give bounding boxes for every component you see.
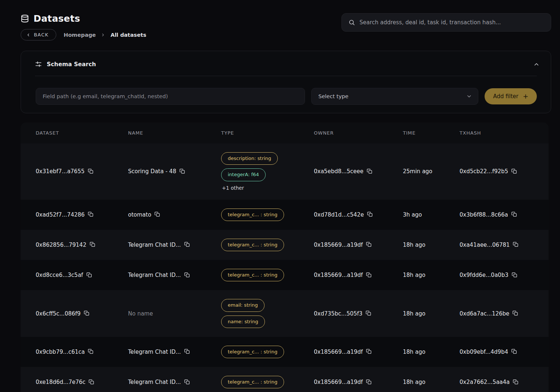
global-search [341,13,551,32]
add-filter-button[interactable]: Add filter + [485,88,537,104]
copy-icon-button[interactable] [184,379,190,385]
copy-icon-button[interactable] [86,272,92,278]
owner-cell: 0x185669...a19df [314,230,403,260]
time-cell: 18h ago [403,290,460,337]
copy-icon-button[interactable] [511,211,517,217]
copy-icon-button[interactable] [366,379,372,385]
chevron-left-icon [26,33,31,37]
type-select[interactable]: Select type [311,88,478,105]
name-cell: Telegram Chat ID... [128,230,221,260]
dataset-cell: 0x31ebf7...a7655 [36,143,128,200]
plus-icon: + [523,93,528,100]
more-types-label: +1 other [221,185,244,191]
copy-icon-button[interactable] [367,211,373,217]
table-row[interactable]: 0xd8cce6...3c5af Telegram Chat ID... tel… [21,260,549,290]
time-cell: 3h ago [403,200,460,230]
copy-icon-button[interactable] [513,310,518,316]
copy-icon-button[interactable] [184,242,190,247]
time-cell: 25min ago [403,143,460,200]
txhash-cell: 0x3b6f88...8c66a [460,200,549,230]
back-button-label: BACK [34,32,49,38]
type-badge: telegram_c... : string [221,376,284,388]
copy-icon-button[interactable] [88,211,93,217]
type-cell: telegram_c... : string [221,367,314,392]
copy-icon-button[interactable] [90,242,95,247]
dataset-cell: 0xad52f7...74286 [36,200,128,230]
copy-icon-button[interactable] [184,349,190,354]
search-input[interactable] [359,19,544,26]
time-value: 25min ago [403,168,432,175]
breadcrumb-homepage[interactable]: Homepage [64,32,96,38]
type-badge: telegram_c... : string [221,346,284,358]
dataset-name: Scoring Data - 48 [128,168,176,175]
copy-icon-button[interactable] [511,168,517,174]
dataset-cell: 0x862856...79142 [36,230,128,260]
type-badge: description: string [221,152,278,165]
field-path-input[interactable] [36,88,305,105]
time-value: 18h ago [403,310,425,317]
copy-icon-button[interactable] [180,168,185,174]
time-value: 3h ago [403,211,422,218]
owner-cell: 0x185669...a19df [314,260,403,290]
copy-icon-button[interactable] [89,379,94,385]
copy-icon-button[interactable] [366,242,372,247]
column-header-name: NAME [128,130,221,136]
table-row[interactable]: 0xe18d6d...7e76c Telegram Chat ID... tel… [21,367,549,392]
table-row[interactable]: 0x31ebf7...a7655 Scoring Data - 48 descr… [21,143,549,200]
owner-address: 0x185669...a19df [314,379,363,385]
copy-icon-button[interactable] [513,242,518,247]
copy-icon-button[interactable] [84,310,89,316]
owner-address: 0xa5ebd8...5ceee [314,168,364,175]
copy-icon-button[interactable] [155,211,160,217]
time-cell: 18h ago [403,230,460,260]
back-button[interactable]: BACK [21,29,56,40]
table-row[interactable]: 0x862856...79142 Telegram Chat ID... tel… [21,230,549,260]
schema-search-title: Schema Search [47,61,96,68]
dataset-id: 0x862856...79142 [36,242,86,248]
dataset-cell: 0xd8cce6...3c5af [36,260,128,290]
search-icon [348,19,355,26]
dataset-name: No name [128,310,153,317]
txhash-value: 0xb09ebf...4d9b4 [460,349,508,355]
copy-icon-button[interactable] [184,272,190,278]
chevron-up-icon [533,61,540,68]
chevron-right-icon [101,33,105,37]
type-cell: telegram_c... : string [221,200,314,230]
copy-icon-button[interactable] [511,349,517,354]
dataset-name: Telegram Chat ID... [128,272,181,278]
copy-icon-button[interactable] [367,168,372,174]
txhash-cell: 0xb09ebf...4d9b4 [460,337,549,367]
dataset-id: 0xe18d6d...7e76c [36,379,85,385]
table-row[interactable]: 0xad52f7...74286 otomato telegram_c... :… [21,200,549,230]
type-badge: integerA: f64 [221,168,266,181]
breadcrumb-all-datasets: All datasets [110,32,146,38]
txhash-value: 0xd6a7ac...126be [460,310,509,317]
copy-icon-button[interactable] [513,379,518,385]
copy-icon-button[interactable] [366,272,372,278]
copy-icon-button[interactable] [88,349,93,354]
txhash-cell: 0xa41aee...06781 [460,230,549,260]
copy-icon-button[interactable] [366,349,372,354]
type-select-value: Select type [318,93,348,99]
time-value: 18h ago [403,349,425,355]
top-bar: Datasets BACK Homepage All datasets [0,0,560,40]
table-row[interactable]: 0x9cbb79...c61ca Telegram Chat ID... tel… [21,337,549,367]
collapse-panel-button[interactable] [533,61,540,68]
add-filter-label: Add filter [493,93,518,100]
name-cell: Telegram Chat ID... [128,337,221,367]
table-row[interactable]: 0x6cff5c...086f9 No name email: stringna… [21,290,549,337]
owner-address: 0x185669...a19df [314,242,363,248]
owner-cell: 0xd78d1d...c542e [314,200,403,230]
owner-address: 0xd78d1d...c542e [314,211,364,218]
name-cell: otomato [128,200,221,230]
txhash-value: 0xd5cb22...f92b5 [460,168,508,175]
time-value: 18h ago [403,242,425,248]
copy-icon-button[interactable] [512,272,517,278]
table-body: 0x31ebf7...a7655 Scoring Data - 48 descr… [21,143,549,392]
name-cell: Scoring Data - 48 [128,143,221,200]
type-badge: telegram_c... : string [221,209,284,221]
owner-cell: 0x185669...a19df [314,367,403,392]
copy-icon-button[interactable] [88,168,93,174]
page-title: Datasets [33,13,80,24]
copy-icon-button[interactable] [366,310,371,316]
